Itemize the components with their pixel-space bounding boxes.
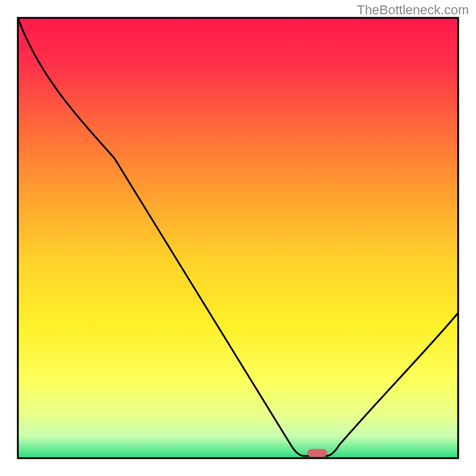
watermark-text: TheBottleneck.com bbox=[357, 2, 469, 18]
optimal-marker bbox=[308, 449, 327, 456]
chart-container: TheBottleneck.com bbox=[0, 0, 476, 476]
bottleneck-chart bbox=[0, 0, 476, 476]
gradient-background bbox=[18, 18, 458, 458]
